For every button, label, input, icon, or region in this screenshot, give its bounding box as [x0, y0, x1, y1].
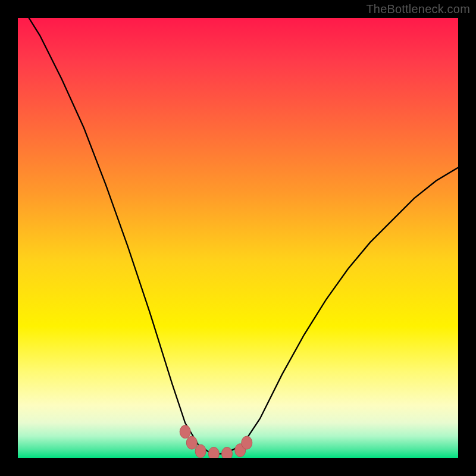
watermark-text: TheBottleneck.com — [366, 2, 470, 16]
curve-marker — [222, 447, 233, 458]
curve-svg — [18, 18, 458, 458]
chart-container: TheBottleneck.com — [0, 0, 476, 476]
bottleneck-curve — [18, 18, 458, 454]
plot-area — [18, 18, 458, 458]
curve-marker — [180, 425, 190, 439]
curve-marker — [242, 436, 252, 449]
marker-group — [180, 425, 252, 458]
curve-marker — [195, 444, 206, 458]
curve-marker — [208, 447, 219, 458]
curve-marker — [186, 436, 197, 449]
